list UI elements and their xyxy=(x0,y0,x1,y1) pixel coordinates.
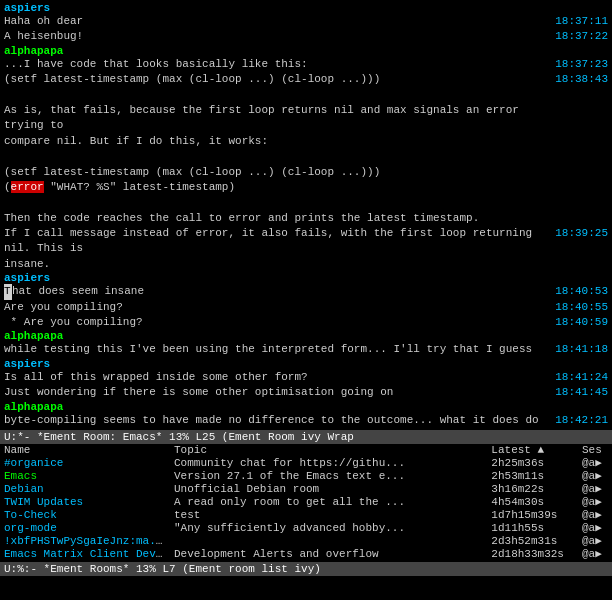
room-name-cell[interactable]: To-Check xyxy=(0,508,170,521)
message-text: * Are you compiling? xyxy=(4,315,547,330)
message-line: That does seem insane 18:40:53 xyxy=(4,284,608,299)
room-name-link[interactable]: #organice xyxy=(4,457,63,469)
author-label: alphapapa xyxy=(4,45,63,57)
room-ses-cell: @a▶ xyxy=(578,547,612,560)
message-text: Are you compiling? xyxy=(4,300,547,315)
author-line: aspiers xyxy=(4,358,608,370)
rooms-mode-line: U:%:- *Ement Rooms* 13% L7 (Ement room l… xyxy=(0,562,612,576)
room-topic-cell xyxy=(170,534,487,547)
timestamp: 18:39:25 xyxy=(555,226,608,241)
room-ses-cell: @a▶ xyxy=(578,482,612,495)
room-topic-cell: "Any sufficiently advanced hobby... xyxy=(170,521,487,534)
message-text xyxy=(4,149,550,164)
message-text: compare nil. But if I do this, it works: xyxy=(4,134,550,149)
room-name-link[interactable]: Emacs Matrix Client Dev... xyxy=(4,548,170,560)
room-name-cell[interactable]: Debian xyxy=(0,482,170,495)
message-line xyxy=(4,149,608,164)
room-name-link[interactable]: TWIM Updates xyxy=(4,496,83,508)
chat-area: aspiers Haha oh dear 18:37:11 A heisenbu… xyxy=(0,0,612,430)
author-label: aspiers xyxy=(4,2,50,14)
col-header-latest: Latest ▲ xyxy=(487,444,578,456)
rooms-mode-line-text: U:%:- *Ement Rooms* 13% L7 (Ement room l… xyxy=(4,563,321,575)
room-ses-cell: @a▶ xyxy=(578,508,612,521)
rooms-area: Name Topic Latest ▲ Ses #organiceCommuni… xyxy=(0,444,612,562)
room-topic-cell: Development Alerts and overflow xyxy=(170,547,487,560)
room-name-cell[interactable]: Emacs Matrix Client Dev... xyxy=(0,547,170,560)
room-topic-cell: Community chat for https://githu... xyxy=(170,456,487,469)
message-text: As is, that fails, because the first loo… xyxy=(4,103,550,134)
author-label: alphapapa xyxy=(4,401,63,413)
message-text: That does seem insane xyxy=(4,284,547,299)
timestamp: 18:41:24 xyxy=(555,370,608,385)
table-row: org-mode"Any sufficiently advanced hobby… xyxy=(0,521,612,534)
message-text: ...I have code that looks basically like… xyxy=(4,57,547,72)
room-latest-cell: 4h54m30s xyxy=(487,495,578,508)
timestamp: 18:41:18 xyxy=(555,342,608,357)
message-line: insane. xyxy=(4,257,608,272)
room-ses-cell: @a▶ xyxy=(578,495,612,508)
author-line: aspiers xyxy=(4,272,608,284)
room-topic-cell: Version 27.1 of the Emacs text e... xyxy=(170,469,487,482)
message-line: Are you compiling? 18:40:55 xyxy=(4,300,608,315)
room-topic-cell: A read only room to get all the ... xyxy=(170,495,487,508)
timestamp: 18:40:59 xyxy=(555,315,608,330)
col-header-name: Name xyxy=(0,444,170,456)
table-row: EmacsVersion 27.1 of the Emacs text e...… xyxy=(0,469,612,482)
error-highlight: error xyxy=(11,181,44,193)
table-row: Emacs Matrix Client Dev...Development Al… xyxy=(0,547,612,560)
timestamp: 18:40:55 xyxy=(555,300,608,315)
room-name-cell[interactable]: Emacs xyxy=(0,469,170,482)
message-text: byte-compiling seems to have made no dif… xyxy=(4,413,547,430)
col-header-ses: Ses xyxy=(578,444,612,456)
room-name-link[interactable]: org-mode xyxy=(4,522,57,534)
room-name-cell[interactable]: org-mode xyxy=(0,521,170,534)
author-label: aspiers xyxy=(4,358,50,370)
message-line: If I call message instead of error, it a… xyxy=(4,226,608,257)
room-ses-cell: @a▶ xyxy=(578,456,612,469)
message-text: Is all of this wrapped inside some other… xyxy=(4,370,547,385)
room-name-cell[interactable]: #organice xyxy=(0,456,170,469)
message-line: ...I have code that looks basically like… xyxy=(4,57,608,72)
message-text: (setf latest-timestamp (max (cl-loop ...… xyxy=(4,72,547,87)
author-label: alphapapa xyxy=(4,330,63,342)
author-line: aspiers xyxy=(4,2,608,14)
message-text: If I call message instead of error, it a… xyxy=(4,226,547,257)
table-row: DebianUnofficial Debian room3h16m22s@a▶ xyxy=(0,482,612,495)
room-latest-cell: 2h53m11s xyxy=(487,469,578,482)
room-name-link[interactable]: To-Check xyxy=(4,509,57,521)
message-text: A heisenbug! xyxy=(4,29,547,44)
room-name-cell[interactable]: !xbfPHSTwPySgaIeJnz:ma... xyxy=(0,534,170,547)
message-line xyxy=(4,195,608,210)
room-ses-cell: @a▶ xyxy=(578,534,612,547)
table-row: !xbfPHSTwPySgaIeJnz:ma...2d3h52m31s@a▶ xyxy=(0,534,612,547)
table-row: TWIM UpdatesA read only room to get all … xyxy=(0,495,612,508)
message-text: Then the code reaches the call to error … xyxy=(4,211,550,226)
author-label: aspiers xyxy=(4,272,50,284)
message-text: insane. xyxy=(4,257,550,272)
timestamp: 18:41:45 xyxy=(555,385,608,400)
room-latest-cell: 2h25m36s xyxy=(487,456,578,469)
message-line xyxy=(4,88,608,103)
timestamp: 18:37:23 xyxy=(555,57,608,72)
room-ses-cell: @a▶ xyxy=(578,521,612,534)
table-header-row: Name Topic Latest ▲ Ses xyxy=(0,444,612,456)
room-latest-cell: 2d18h33m32s xyxy=(487,547,578,560)
room-latest-cell: 1d11h55s xyxy=(487,521,578,534)
message-line: Haha oh dear 18:37:11 xyxy=(4,14,608,29)
room-ses-cell: @a▶ xyxy=(578,469,612,482)
message-text: (setf latest-timestamp (max (cl-loop ...… xyxy=(4,165,550,180)
room-name-link[interactable]: Debian xyxy=(4,483,44,495)
col-header-topic: Topic xyxy=(170,444,487,456)
chat-mode-line-text: U:*- *Ement Room: Emacs* 13% L25 (Ement … xyxy=(4,431,354,443)
room-name-cell[interactable]: TWIM Updates xyxy=(0,495,170,508)
message-line: while testing this I've been using the i… xyxy=(4,342,608,357)
message-text: Just wondering if there is some other op… xyxy=(4,385,547,400)
room-latest-cell: 2d3h52m31s xyxy=(487,534,578,547)
timestamp: 18:37:11 xyxy=(555,14,608,29)
room-name-link[interactable]: !xbfPHSTwPySgaIeJnz:ma... xyxy=(4,535,169,547)
timestamp: 18:37:22 xyxy=(555,29,608,44)
timestamp: 18:38:43 xyxy=(555,72,608,87)
room-name-link[interactable]: Emacs xyxy=(4,470,37,482)
message-line: A heisenbug! 18:37:22 xyxy=(4,29,608,44)
message-line: As is, that fails, because the first loo… xyxy=(4,103,608,134)
